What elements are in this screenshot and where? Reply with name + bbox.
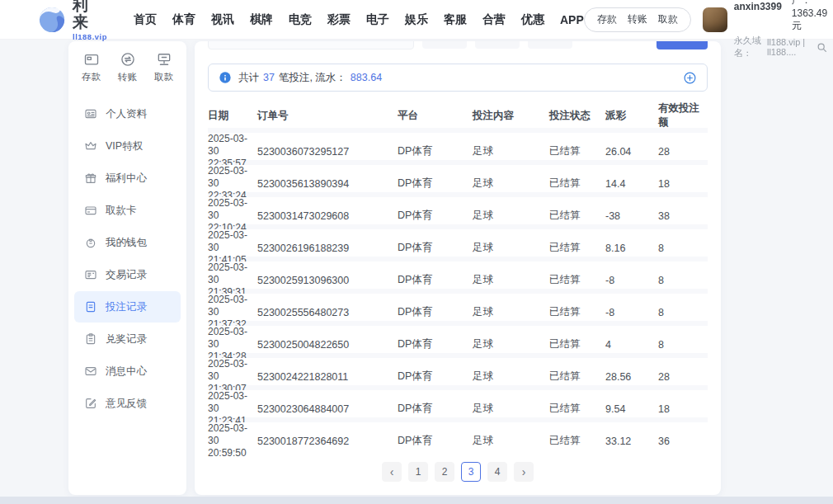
nav-item[interactable]: 彩票 bbox=[327, 12, 351, 27]
platform: DP体育 bbox=[398, 273, 473, 287]
bet-content: 足球 bbox=[473, 337, 549, 351]
sidebar-item-profile[interactable]: 个人资料 bbox=[74, 98, 181, 130]
bet-records-panel: 共计 37 笔投注, 流水： 883.64 日期订单号平台投注内容投注状态派彩有… bbox=[195, 41, 721, 495]
crown-icon bbox=[84, 139, 97, 153]
bet-datetime: 2025-03-30 20:59:50 bbox=[208, 422, 257, 459]
footer-edge-strip bbox=[0, 497, 833, 504]
table-row: 2025-03-30 21:23:41 5230023064884007 DP体… bbox=[208, 390, 708, 417]
platform: DP体育 bbox=[398, 177, 473, 191]
bet-status: 已结算 bbox=[549, 434, 605, 448]
bet-content: 足球 bbox=[473, 273, 549, 287]
envelope-icon bbox=[84, 365, 97, 378]
table-row: 2025-03-30 22:10:24 5230031473029608 DP体… bbox=[208, 197, 708, 224]
bet-date: 2025-03-30 bbox=[208, 294, 257, 318]
bet-date: 2025-03-30 bbox=[208, 133, 257, 158]
prev-page-button[interactable]: ‹ bbox=[382, 462, 402, 482]
next-page-button[interactable]: › bbox=[514, 462, 534, 482]
page-number-button[interactable]: 1 bbox=[408, 462, 428, 482]
platform: DP体育 bbox=[398, 434, 473, 448]
valid-bet-amount: 36 bbox=[658, 436, 708, 447]
sidebar-item-vip[interactable]: VIP特权 bbox=[74, 130, 181, 162]
page-number-button[interactable]: 3 bbox=[461, 462, 481, 482]
nav-item[interactable]: 电竞 bbox=[289, 12, 312, 27]
user-avatar[interactable] bbox=[703, 7, 727, 32]
id-card-icon bbox=[84, 107, 97, 120]
expand-plus-icon[interactable] bbox=[683, 71, 697, 85]
bank-card-icon bbox=[84, 204, 97, 217]
sidebar-item-messages[interactable]: 消息中心 bbox=[74, 356, 181, 387]
valid-bet-amount: 28 bbox=[658, 146, 708, 158]
valid-bet-amount: 18 bbox=[658, 403, 708, 415]
nav-item[interactable]: 视讯 bbox=[211, 12, 234, 27]
bet-records-table: 日期订单号平台投注内容投注状态派彩有效投注额 2025-03-30 22:35:… bbox=[208, 101, 708, 450]
search-icon[interactable] bbox=[817, 42, 827, 53]
nav-item[interactable]: 客服 bbox=[444, 12, 467, 27]
valid-bet-amount: 8 bbox=[658, 243, 708, 254]
deposit-label: 存款 bbox=[82, 71, 101, 83]
wallet-actions-pill: 存款转账取款 bbox=[584, 7, 691, 32]
page-number-button[interactable]: 2 bbox=[435, 462, 454, 482]
wallet-pill-action[interactable]: 转账 bbox=[628, 12, 647, 26]
summary-count: 37 bbox=[263, 72, 275, 83]
platform: DP体育 bbox=[398, 144, 473, 158]
order-number: 5230018772364692 bbox=[257, 436, 398, 447]
payout: 26.04 bbox=[605, 146, 658, 158]
bet-content: 足球 bbox=[473, 370, 549, 384]
summary-info-bar: 共计 37 笔投注, 流水： 883.64 bbox=[208, 64, 708, 92]
filter-control[interactable] bbox=[422, 41, 467, 49]
nav-item[interactable]: 优惠 bbox=[521, 12, 544, 27]
table-row: 2025-03-30 22:35:57 5230036073295127 DP体… bbox=[208, 133, 708, 160]
brand-logo[interactable]: 利 来 ll188.vip bbox=[38, 0, 107, 41]
bet-date: 2025-03-30 bbox=[208, 326, 257, 351]
sidebar-item-transactions[interactable]: 交易记录 bbox=[74, 259, 181, 290]
top-navigation-bar: 利 来 ll188.vip 首页体育视讯棋牌电竞彩票电子娱乐客服合营优惠APP … bbox=[0, 0, 833, 40]
nav-item[interactable]: APP bbox=[560, 13, 584, 26]
filter-input[interactable] bbox=[208, 41, 414, 49]
bet-status: 已结算 bbox=[549, 273, 605, 287]
sidebar-item-feedback[interactable]: 意见反馈 bbox=[74, 388, 181, 419]
column-header: 投注状态 bbox=[549, 109, 605, 123]
valid-bet-amount: 8 bbox=[658, 275, 708, 286]
payout: -8 bbox=[605, 275, 658, 286]
page-number-button[interactable]: 4 bbox=[487, 462, 507, 482]
username: anxin3399 bbox=[734, 1, 782, 12]
filter-control[interactable] bbox=[475, 41, 520, 49]
order-number: 5230036073295127 bbox=[257, 146, 398, 158]
brand-domain: ll188.vip bbox=[73, 32, 107, 41]
table-row: 2025-03-30 21:34:28 5230025004822650 DP体… bbox=[208, 326, 708, 353]
document-icon bbox=[84, 300, 97, 313]
filter-control[interactable] bbox=[528, 41, 572, 49]
bet-date: 2025-03-30 bbox=[208, 390, 257, 415]
nav-item[interactable]: 棋牌 bbox=[250, 12, 273, 27]
assets-value: 1363.49元 bbox=[792, 7, 827, 31]
filter-search-button[interactable] bbox=[657, 41, 708, 49]
deposit-quick-action[interactable]: 存款 bbox=[82, 51, 101, 83]
nav-item[interactable]: 娱乐 bbox=[405, 12, 428, 27]
sidebar-item-wallet[interactable]: 我的钱包 bbox=[74, 227, 181, 258]
wallet-pill-action[interactable]: 存款 bbox=[597, 12, 617, 26]
order-number: 5230035613890394 bbox=[257, 178, 398, 190]
nav-item[interactable]: 合营 bbox=[482, 12, 506, 27]
nav-item[interactable]: 首页 bbox=[134, 12, 157, 27]
ledger-icon bbox=[84, 268, 97, 281]
transfer-quick-action[interactable]: 转账 bbox=[118, 51, 137, 83]
payout: -38 bbox=[605, 210, 658, 222]
valid-bet-amount: 8 bbox=[658, 307, 708, 318]
perm-domain-label: 永久域名： bbox=[734, 35, 765, 59]
sidebar-item-redeem-records[interactable]: 兑奖记录 bbox=[74, 323, 181, 355]
sidebar-item-withdraw-card[interactable]: 取款卡 bbox=[74, 195, 181, 226]
nav-item[interactable]: 体育 bbox=[172, 12, 195, 27]
sidebar-item-welfare[interactable]: 福利中心 bbox=[74, 163, 181, 194]
bet-status: 已结算 bbox=[549, 305, 605, 319]
withdraw-quick-action[interactable]: 取款 bbox=[154, 51, 173, 83]
bet-content: 足球 bbox=[473, 434, 549, 448]
user-account-block[interactable]: anxin3399 总资产： 1363.49元 永久域名： ll188.vip … bbox=[703, 0, 827, 59]
assets-label: 总资产： bbox=[792, 0, 812, 6]
sidebar-item-bet-records[interactable]: 投注记录 bbox=[74, 291, 181, 323]
column-header: 日期 bbox=[208, 109, 257, 123]
platform: DP体育 bbox=[398, 241, 473, 255]
summary-bets-label: 笔投注, 流水： bbox=[279, 71, 346, 85]
nav-item[interactable]: 电子 bbox=[366, 12, 389, 27]
bet-date: 2025-03-30 bbox=[208, 197, 257, 222]
wallet-pill-action[interactable]: 取款 bbox=[658, 12, 678, 26]
